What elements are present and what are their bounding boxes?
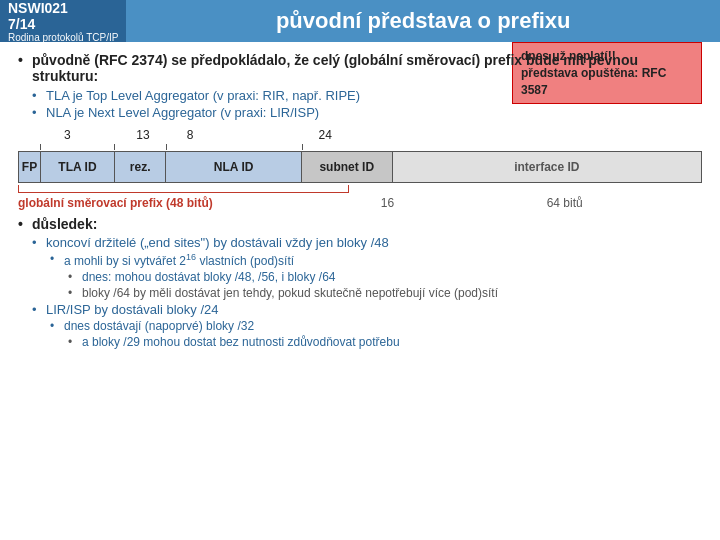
field-fp: FP (19, 152, 41, 182)
field-rez: rez. (115, 152, 166, 182)
slide-id: NSWI021 (8, 0, 118, 16)
consequence-item-2-sub1: dnes dostávají (napoprvé) bloky /32 (18, 319, 702, 333)
num-24: 24 (316, 128, 404, 142)
sub-bullet-2: NLA je Next Level Aggregator (v praxi: L… (18, 105, 702, 120)
consequence-item-1: koncoví držitelé („end sites") by dostáv… (18, 235, 702, 250)
consequence-item-1-sub1: a mohli by si vytvářet 216 vlastních (po… (18, 252, 702, 268)
numbers-row: 3 13 8 24 (18, 128, 702, 142)
consequence-main: důsledek: (18, 216, 702, 232)
consequence-item-1-sub3: bloky /64 by měli dostávat jen tehdy, po… (18, 286, 702, 300)
consequence-item-2: LIR/ISP by dostávali bloky /24 (18, 302, 702, 317)
sub-bullet-1: TLA je Top Level Aggregator (v praxi: RI… (18, 88, 702, 103)
header-title: původní představa o prefixu (126, 0, 720, 42)
field-interface: interface ID (393, 152, 701, 182)
num-3: 3 (62, 128, 134, 142)
consequence-item-2-sub2: a bloky /29 mohou dostat bez nutnosti zd… (18, 335, 702, 349)
label-interface: 64 bitů (427, 196, 702, 210)
slide-sub: Rodina protokolů TCP/IP (8, 32, 118, 43)
labels-row: globální směrovací prefix (48 bitů) 16 6… (18, 196, 702, 210)
bracket-row (18, 185, 702, 193)
header: NSWI021 7/14 Rodina protokolů TCP/IP pův… (0, 0, 720, 42)
consequence-item-1-sub2: dnes: mohou dostávat bloky /48, /56, i b… (18, 270, 702, 284)
consequences: důsledek: koncoví držitelé („end sites")… (18, 216, 702, 349)
num-8: 8 (185, 128, 317, 142)
field-subnet: subnet ID (302, 152, 393, 182)
label-subnet: 16 (348, 196, 428, 210)
field-tla: TLA ID (41, 152, 115, 182)
field-nla: NLA ID (166, 152, 302, 182)
slide-num: 7/14 (8, 16, 118, 32)
intro-bullet: původně (RFC 2374) se předpokládalo, že … (18, 52, 702, 84)
label-global-text: globální směrovací prefix (48 bitů) (18, 196, 213, 210)
num-13: 13 (134, 128, 185, 142)
slide-id-block: NSWI021 7/14 Rodina protokolů TCP/IP (0, 0, 126, 42)
diagram-area: 3 13 8 24 FP TLA ID rez. NLA ID subnet I… (18, 128, 702, 210)
content: dnes už neplatí!! představa opuštěna: RF… (0, 42, 720, 357)
label-global: globální směrovací prefix (48 bitů) (18, 196, 348, 210)
fields-row: FP TLA ID rez. NLA ID subnet ID interfac… (18, 151, 702, 183)
